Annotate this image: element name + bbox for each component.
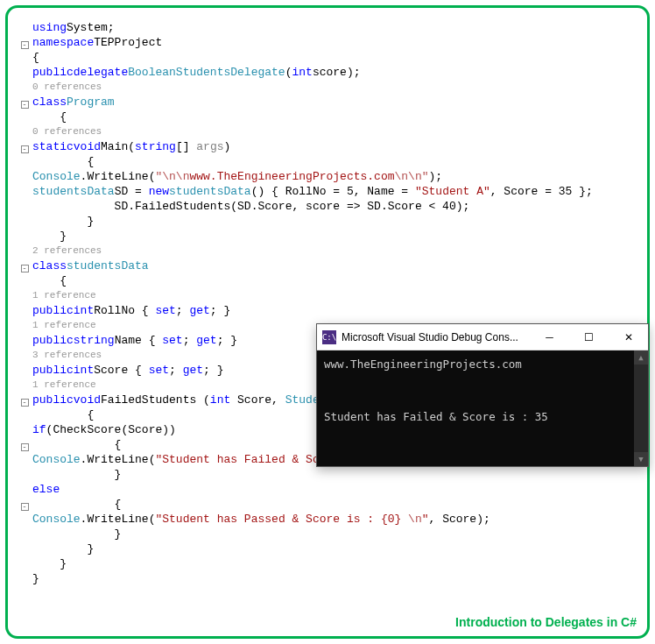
fold-icon[interactable]: - [21,145,29,153]
codelens[interactable]: 2 references [32,244,102,258]
codelens[interactable]: 0 references [32,124,102,139]
console-title: Microsoft Visual Studio Debug Cons... [342,331,530,343]
fold-icon[interactable]: - [21,101,29,109]
console-output-line: www.TheEngineeringProjects.com [324,356,641,373]
minimize-button[interactable]: ─ [530,324,569,350]
fold-icon[interactable]: - [21,503,29,511]
console-titlebar[interactable]: C:\ Microsoft Visual Studio Debug Cons..… [317,324,648,350]
console-icon: C:\ [322,330,336,344]
codelens[interactable]: 1 reference [32,288,96,303]
fold-icon[interactable]: - [21,399,29,407]
codelens[interactable]: 0 references [32,80,102,95]
console-body: www.TheEngineeringProjects.com Student h… [317,350,648,466]
console-output-line: Student has Failed & Score is : 35 [324,408,641,426]
slide-caption: Introduction to Delegates in C# [455,615,637,629]
console-scrollbar[interactable]: ▲ ▼ [634,350,648,466]
codelens[interactable]: 3 references [32,348,102,363]
scroll-down-icon[interactable]: ▼ [634,452,648,466]
keyword-using: using [32,20,67,35]
close-button[interactable]: ✕ [609,324,648,350]
fold-icon[interactable]: - [21,265,29,272]
code-editor[interactable]: using System; -namespace TEPProject { pu… [17,20,638,586]
fold-icon[interactable]: - [21,443,29,451]
console-window[interactable]: C:\ Microsoft Visual Studio Debug Cons..… [316,323,649,467]
scroll-up-icon[interactable]: ▲ [634,350,648,364]
fold-icon[interactable]: - [21,41,29,49]
codelens[interactable]: 1 reference [32,318,96,333]
maximize-button[interactable]: ☐ [569,324,609,350]
codelens[interactable]: 1 reference [32,378,96,393]
code-frame: using System; -namespace TEPProject { pu… [5,5,650,639]
